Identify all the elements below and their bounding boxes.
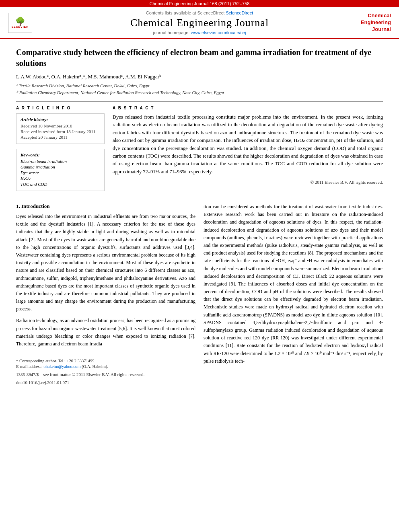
journal-title: Chemical Engineering Journal: [104, 17, 295, 29]
body-right-column: tion can be considered as methods for th…: [204, 203, 383, 385]
authors: L.A.W. Abdouᵃ, O.A. Hakeimᵃ,*, M.S. Mahm…: [16, 74, 383, 80]
section-divider: [16, 101, 383, 102]
affiliation-a: ᵃ Textile Research Division, National Re…: [16, 82, 383, 89]
sciencedirect-link: Contents lists available at ScienceDirec…: [104, 10, 295, 15]
main-body: 1. Introduction Dyes released into the e…: [0, 199, 399, 393]
affiliation-b: ᵇ Radiation Chemistry Department, Nation…: [16, 89, 383, 96]
journal-citation-bar: Chemical Engineering Journal 168 (2011) …: [0, 0, 399, 7]
keyword-4: H₂O₂: [21, 176, 100, 181]
abstract-header: A B S T R A C T: [113, 106, 383, 110]
body-left-column: 1. Introduction Dyes released into the e…: [16, 203, 195, 385]
issn-line: 1385-8947/$ – see front matter © 2011 El…: [16, 372, 195, 377]
article-title: Comparative study between the efficiency…: [16, 47, 383, 69]
intro-paragraph-1: Dyes released into the environment in in…: [16, 213, 195, 313]
elsevier-tree-icon: 🌳: [15, 17, 25, 25]
journal-citation: Chemical Engineering Journal 168 (2011) …: [150, 1, 250, 6]
journal-homepage-url[interactable]: www.elsevier.com/locate/cej: [191, 30, 246, 35]
revised-date: Received in revised form 18 January 2011: [21, 129, 100, 134]
info-abstract-section: A R T I C L E I N F O Article history: R…: [16, 106, 383, 191]
elsevier-logo-area: 🌳 ELSEVIER: [8, 13, 104, 33]
article-info-column: A R T I C L E I N F O Article history: R…: [16, 106, 105, 191]
journal-title-area: Contents lists available at ScienceDirec…: [104, 10, 295, 35]
article-header-section: Comparative study between the efficiency…: [0, 39, 399, 199]
keyword-1: Electron beam irradiation: [21, 159, 100, 164]
article-history-box: Article history: Received 10 November 20…: [16, 113, 105, 144]
intro-paragraph-2: Radiation technology, as an advanced oxi…: [16, 317, 195, 348]
intro-right-text: tion can be considered as methods for th…: [204, 203, 383, 365]
keywords-title: Keywords:: [21, 152, 100, 157]
keywords-box: Keywords: Electron beam irradiation Gamm…: [16, 149, 105, 191]
keyword-2: Gamma irradiation: [21, 164, 100, 169]
abstract-text: Dyes released from industrial textile pr…: [113, 113, 383, 176]
doi-line: doi:10.1016/j.cej.2011.01.071: [16, 380, 195, 385]
elsevier-label: ELSEVIER: [12, 25, 29, 28]
elsevier-logo: 🌳 ELSEVIER: [8, 13, 32, 33]
journal-header: 🌳 ELSEVIER Contents lists available at S…: [0, 7, 399, 39]
received-date: Received 10 November 2010: [21, 123, 100, 128]
footnotes: * Corresponding author. Tel.: +20 2 3337…: [16, 356, 195, 385]
copyright-notice: © 2011 Elsevier B.V. All rights reserved…: [113, 180, 383, 185]
article-info-header: A R T I C L E I N F O: [16, 106, 105, 110]
accepted-date: Accepted 20 January 2011: [21, 135, 100, 140]
affiliations: ᵃ Textile Research Division, National Re…: [16, 82, 383, 96]
sciencedirect-url[interactable]: ScienceDirect: [226, 10, 253, 15]
abstract-column: A B S T R A C T Dyes released from indus…: [113, 106, 383, 191]
body-columns: 1. Introduction Dyes released into the e…: [16, 203, 383, 385]
footnote-corresponding: * Corresponding author. Tel.: +20 2 3337…: [16, 359, 195, 363]
intro-section-title: 1. Introduction: [16, 203, 195, 210]
email-link[interactable]: ohakeim@yahoo.com: [43, 364, 80, 369]
footnote-email: E-mail address: ohakeim@yahoo.com (O.A. …: [16, 364, 195, 369]
history-title: Article history:: [21, 117, 100, 122]
journal-homepage: journal homepage: www.elsevier.com/locat…: [104, 30, 295, 35]
keyword-3: Dye waste: [21, 170, 100, 175]
journal-short-title: ChemicalEngineeringJournal: [295, 12, 391, 33]
keyword-5: TOC and COD: [21, 182, 100, 187]
